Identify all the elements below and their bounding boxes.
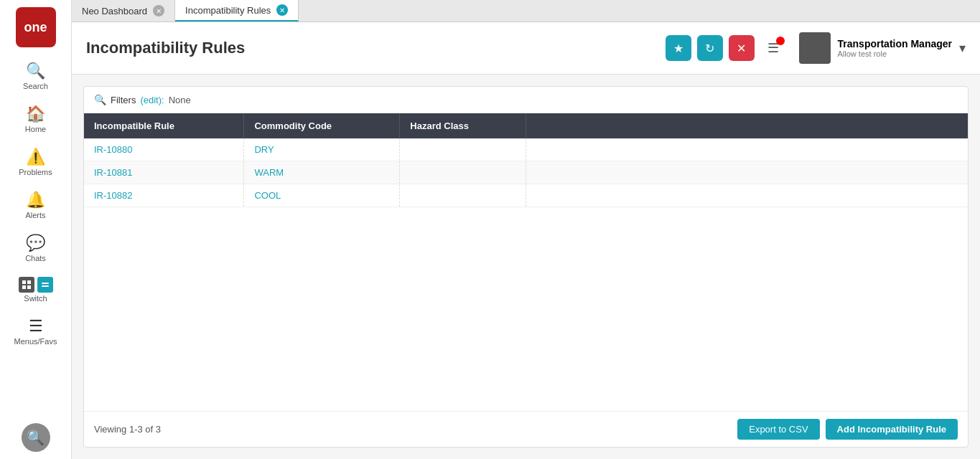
sidebar-label-search: Search <box>23 82 48 90</box>
filters-bar: 🔍 Filters (edit): None <box>84 87 968 113</box>
filter-search-icon: 🔍 <box>94 94 106 105</box>
home-icon: 🏠 <box>26 105 45 123</box>
tab-label-incompatibility-rules: Incompatibility Rules <box>185 5 271 16</box>
sidebar: one 🔍 Search 🏠 Home ⚠️ Problems 🔔 Alerts… <box>0 0 72 459</box>
switch-icons <box>19 277 53 293</box>
svg-rect-1 <box>27 280 31 284</box>
svg-rect-4 <box>42 283 49 284</box>
tab-close-incompatibility-rules[interactable]: ✕ <box>276 4 288 16</box>
svg-rect-3 <box>27 285 31 289</box>
tab-bar: Neo Dashboard ✕ Incompatibility Rules ✕ <box>72 0 980 22</box>
commodity-link-1[interactable]: WARM <box>254 167 284 178</box>
rule-link-1[interactable]: IR-10881 <box>94 167 132 178</box>
footer-actions: Export to CSV Add Incompatibility Rule <box>737 419 958 440</box>
commodity-link-2[interactable]: COOL <box>254 190 281 201</box>
col-extra <box>526 113 969 138</box>
table-header: Incompatible Rule Commodity Code Hazard … <box>84 113 968 138</box>
user-name: Transportation Manager <box>838 38 952 49</box>
table-body: IR-10880 DRY IR-10881 WARM IR-10 <box>84 138 968 207</box>
search-icon: 🔍 <box>26 62 45 80</box>
content-card: 🔍 Filters (edit): None Incompatible Rule… <box>83 86 969 448</box>
problems-icon: ⚠️ <box>26 148 45 166</box>
filters-edit-link[interactable]: (edit): <box>140 95 164 105</box>
sidebar-label-home: Home <box>25 125 46 133</box>
switch-icon-2 <box>37 277 53 293</box>
col-commodity-code: Commodity Code <box>244 113 400 138</box>
sidebar-item-problems[interactable]: ⚠️ Problems <box>0 141 71 184</box>
viewing-text: Viewing 1-3 of 3 <box>94 424 161 435</box>
cell-extra-2 <box>526 184 969 207</box>
cell-commodity-0: DRY <box>244 138 400 161</box>
svg-rect-2 <box>22 285 26 289</box>
data-table: Incompatible Rule Commodity Code Hazard … <box>84 113 968 207</box>
svg-rect-5 <box>42 285 49 287</box>
tab-close-neo-dashboard[interactable]: ✕ <box>153 5 164 16</box>
rule-link-2[interactable]: IR-10882 <box>94 190 132 201</box>
menu-button[interactable]: ☰ <box>760 35 786 61</box>
tab-label-neo-dashboard: Neo Dashboard <box>82 6 147 16</box>
sidebar-item-chats[interactable]: 💬 Chats <box>0 227 71 270</box>
sidebar-label-switch: Switch <box>24 294 47 303</box>
logo-text: one <box>24 20 47 35</box>
page-title: Incompatibility Rules <box>86 39 666 57</box>
user-avatar-sidebar[interactable]: 🔍 <box>22 423 50 452</box>
cell-rule-2: IR-10882 <box>84 184 244 207</box>
filters-label: Filters <box>111 95 136 105</box>
notification-dot <box>776 37 785 45</box>
switch-icon-1 <box>19 277 34 293</box>
cell-commodity-2: COOL <box>244 184 400 207</box>
menus-icon: ☰ <box>29 317 43 336</box>
table-wrap: Incompatible Rule Commodity Code Hazard … <box>84 113 968 411</box>
table-footer: Viewing 1-3 of 3 Export to CSV Add Incom… <box>84 411 968 447</box>
alerts-icon: 🔔 <box>26 191 45 209</box>
svg-rect-0 <box>22 280 26 284</box>
sidebar-label-menus: Menus/Favs <box>14 337 57 346</box>
col-incompatible-rule: Incompatible Rule <box>84 113 244 138</box>
cell-extra-0 <box>526 138 969 161</box>
sidebar-item-menus[interactable]: ☰ Menus/Favs <box>0 310 71 353</box>
sidebar-item-switch[interactable]: Switch <box>0 270 71 310</box>
table-row: IR-10880 DRY <box>84 138 968 161</box>
app-logo[interactable]: one <box>16 7 56 47</box>
header-actions: ★ ↻ ✕ ☰ Transportation Manager Allow tes… <box>666 32 966 64</box>
sidebar-label-alerts: Alerts <box>25 211 45 219</box>
cell-hazard-2 <box>400 184 526 207</box>
table-header-row: Incompatible Rule Commodity Code Hazard … <box>84 113 968 138</box>
user-role: Allow test role <box>838 49 952 58</box>
commodity-link-0[interactable]: DRY <box>254 144 274 155</box>
export-csv-button[interactable]: Export to CSV <box>737 419 819 440</box>
tab-neo-dashboard[interactable]: Neo Dashboard ✕ <box>72 0 175 22</box>
user-chevron-icon[interactable]: ▾ <box>959 40 966 56</box>
cell-rule-0: IR-10880 <box>84 138 244 161</box>
cell-commodity-1: WARM <box>244 161 400 184</box>
sidebar-label-chats: Chats <box>25 254 46 262</box>
close-page-button[interactable]: ✕ <box>729 35 755 61</box>
cell-rule-1: IR-10881 <box>84 161 244 184</box>
cell-hazard-1 <box>400 161 526 184</box>
add-incompatibility-rule-button[interactable]: Add Incompatibility Rule <box>826 419 958 440</box>
main-content: Neo Dashboard ✕ Incompatibility Rules ✕ … <box>72 0 980 459</box>
cell-extra-1 <box>526 161 969 184</box>
refresh-button[interactable]: ↻ <box>697 35 723 61</box>
user-avatar <box>799 32 831 64</box>
user-section: Transportation Manager Allow test role ▾ <box>799 32 966 64</box>
chats-icon: 💬 <box>26 234 45 252</box>
sidebar-item-home[interactable]: 🏠 Home <box>0 98 71 141</box>
tab-incompatibility-rules[interactable]: Incompatibility Rules ✕ <box>175 0 299 22</box>
sidebar-label-problems: Problems <box>19 168 52 176</box>
col-hazard-class: Hazard Class <box>400 113 526 138</box>
user-info: Transportation Manager Allow test role <box>838 38 952 58</box>
filters-value: None <box>169 95 191 105</box>
table-row: IR-10882 COOL <box>84 184 968 207</box>
favorite-button[interactable]: ★ <box>666 35 691 61</box>
table-row: IR-10881 WARM <box>84 161 968 184</box>
rule-link-0[interactable]: IR-10880 <box>94 144 132 155</box>
cell-hazard-0 <box>400 138 526 161</box>
sidebar-item-search[interactable]: 🔍 Search <box>0 55 71 98</box>
page-header: Incompatibility Rules ★ ↻ ✕ ☰ Transporta… <box>72 22 980 75</box>
sidebar-item-alerts[interactable]: 🔔 Alerts <box>0 184 71 227</box>
content-area: 🔍 Filters (edit): None Incompatible Rule… <box>72 75 980 459</box>
